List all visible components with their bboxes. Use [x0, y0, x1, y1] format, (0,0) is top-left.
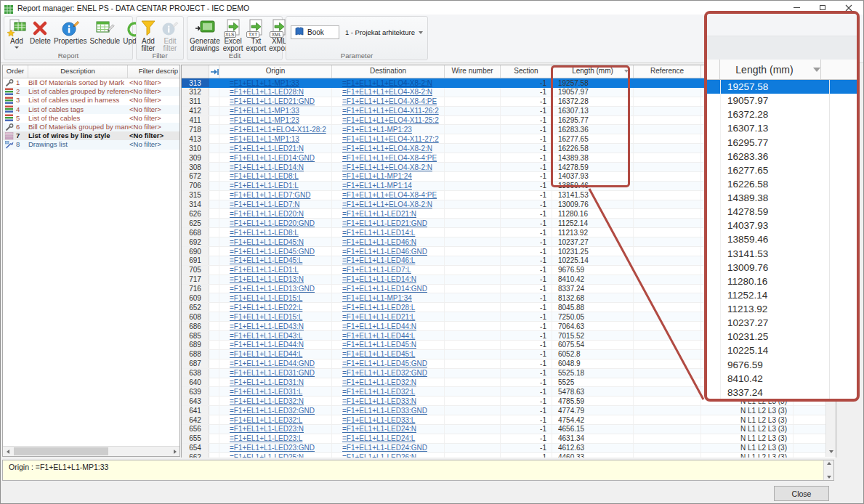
- origin-link[interactable]: =F1+EL1+L1-LED7:GND: [219, 191, 332, 200]
- origin-link[interactable]: =F1+EL1+L1-LED13:GND: [219, 285, 332, 293]
- destination-link[interactable]: =F1+EL1+L1-LED33:N: [332, 397, 445, 405]
- scroll-right-button[interactable]: [170, 447, 179, 456]
- destination-link[interactable]: =F1+EL1+L1-LED28:L: [332, 303, 445, 312]
- close-button[interactable]: Close: [774, 486, 829, 501]
- destination-link[interactable]: =F1+EL1+L1-LED24:GND: [332, 444, 445, 452]
- report-list-item[interactable]: 7List of wires by line style<No filter>: [3, 131, 179, 140]
- origin-link[interactable]: =F1+EL1+L1-LED1:L: [219, 182, 332, 190]
- destination-link[interactable]: =F1+EL1+L1-LED21:N: [332, 209, 445, 218]
- origin-link[interactable]: =F1+EL1+L1-LED44:L: [219, 350, 332, 359]
- origin-link[interactable]: =F1+EL1+L1-LED20:N: [219, 209, 332, 218]
- destination-link[interactable]: =F1+EL1+L1-LED32:GND: [332, 369, 445, 378]
- wire-table-row[interactable]: 642=F1+EL1+L1-LED32:L=F1+EL1+L1-LED33:L-…: [182, 415, 836, 425]
- origin-link[interactable]: =F1+EL1+L1-LED45:GND: [219, 247, 332, 256]
- destination-link[interactable]: =F1+EL1+L1-LED21:L: [332, 312, 445, 321]
- excel-export-button[interactable]: XLS Excel export: [222, 17, 245, 53]
- destination-link[interactable]: =F1+EL1+L1-LED45:N: [332, 341, 445, 349]
- origin-link[interactable]: =F1+EL1+L1-LED32:GND: [219, 406, 332, 415]
- row-number-column-header[interactable]: [182, 65, 209, 78]
- destination-link[interactable]: =F1+EL1+L1-LED45:GND: [332, 359, 445, 368]
- destination-link[interactable]: =F1+EL1+L1-MP1:34: [332, 293, 445, 302]
- origin-link[interactable]: =F1+EL1+L1-LED31:N: [219, 378, 332, 387]
- reference-column-header[interactable]: Reference: [634, 65, 701, 78]
- origin-link[interactable]: =F1+EL1+L1-LED23:N: [219, 425, 332, 434]
- destination-link[interactable]: =F1+EL1+L1-MP1:23: [332, 125, 445, 134]
- properties-button[interactable]: Properties: [52, 17, 89, 46]
- schedule-button[interactable]: Schedule: [88, 17, 121, 46]
- origin-column-header[interactable]: Origin: [219, 65, 332, 78]
- destination-link[interactable]: =F1+EL1+L1+ELO4-X8-2:N: [332, 144, 445, 153]
- generate-drawings-button[interactable]: Generate drawings: [188, 17, 222, 53]
- origin-link[interactable]: =F1+EL1+L1-LED31:L: [219, 387, 332, 396]
- filter-column-header[interactable]: Filter descrip: [128, 65, 179, 78]
- destination-link[interactable]: =F1+EL1+L1-LED44:N: [332, 322, 445, 330]
- destination-link[interactable]: =F1+EL1+L1-MP1:24: [332, 172, 445, 181]
- destination-link[interactable]: =F1+EL1+L1+ELO4-X8-2:N: [332, 163, 445, 171]
- report-list-item[interactable]: 8Drawings list<No filter>: [3, 140, 179, 149]
- destination-link[interactable]: =F1+EL1+L1-LED32:L: [332, 387, 445, 396]
- description-column-header[interactable]: Description: [28, 65, 128, 78]
- origin-link[interactable]: =F1+EL1+L1-MP1:23: [219, 116, 332, 125]
- destination-link[interactable]: =F1+EL1+L1+ELO4-X8-2:N: [332, 78, 445, 87]
- book-field[interactable]: Book: [291, 25, 339, 39]
- wire-table-row[interactable]: 662=F1+EL1+L1-LED25:N=F1+EL1+L1-LED26:N-…: [182, 453, 836, 458]
- destination-link[interactable]: =F1+EL1+L1+ELO4-X8-2:N: [332, 88, 445, 97]
- destination-link[interactable]: =F1+EL1+L1-LED26:N: [332, 453, 445, 458]
- destination-link[interactable]: =F1+EL1+L1+ELO4-X8-4:PE: [332, 153, 445, 162]
- wire-table-row[interactable]: 641=F1+EL1+L1-LED32:GND=F1+EL1+L1-LED33:…: [182, 406, 836, 415]
- wire-number-column-header[interactable]: Wire number: [445, 65, 501, 78]
- origin-link[interactable]: =F1+EL1+L1-LED20:GND: [219, 219, 332, 227]
- destination-column-header[interactable]: Destination: [332, 65, 445, 78]
- origin-link[interactable]: =F1+EL1+L1-LED44:N: [219, 341, 332, 349]
- origin-link[interactable]: =F1+EL1+L1-LED23:L: [219, 434, 332, 443]
- origin-link[interactable]: =F1+EL1+L1-LED21:N: [219, 144, 332, 153]
- origin-link[interactable]: =F1+EL1+L1-LED43:N: [219, 322, 332, 330]
- report-list-hscrollbar[interactable]: [3, 446, 179, 456]
- wire-table-row[interactable]: 654=F1+EL1+L1-LED23:GND=F1+EL1+L1-LED24:…: [182, 444, 836, 453]
- scroll-left-button[interactable]: [3, 447, 12, 456]
- destination-link[interactable]: =F1+EL1+L1+ELO4-X8-4:PE: [332, 191, 445, 200]
- add-filter-button[interactable]: Add filter: [137, 17, 159, 53]
- wire-table-row[interactable]: 656=F1+EL1+L1-LED23:N=F1+EL1+L1-LED24:N-…: [182, 425, 836, 434]
- destination-link[interactable]: =F1+EL1+L1-LED32:N: [332, 378, 445, 387]
- origin-link[interactable]: =F1+EL1+L1-LED14:GND: [219, 153, 332, 162]
- origin-link[interactable]: =F1+EL1+L1-LED15:L: [219, 293, 332, 302]
- destination-link[interactable]: =F1+EL1+L1-LED24:N: [332, 425, 445, 434]
- origin-link[interactable]: =F1+EL1+L1-LED7:N: [219, 200, 332, 209]
- txt-export-button[interactable]: TXT Txt export: [245, 17, 268, 53]
- origin-link[interactable]: =F1+EL1+L1-LED1:L: [219, 266, 332, 275]
- destination-link[interactable]: =F1+EL1+L1-LED33:GND: [332, 406, 445, 415]
- origin-link[interactable]: =F1+EL1+L1-LED32:L: [219, 415, 332, 424]
- origin-link[interactable]: =F1+EL1+L1-MP1:13: [219, 134, 332, 143]
- report-list-item[interactable]: 1Bill Of Materials sorted by Mark<No fil…: [3, 78, 179, 87]
- project-dropdown[interactable]: 1 - Projekat arhitekture: [345, 28, 423, 36]
- report-list-item[interactable]: 6Bill Of Materials grouped by manuf...<N…: [3, 123, 179, 131]
- origin-link[interactable]: =F1+EL1+L1-LED25:N: [219, 453, 332, 458]
- destination-link[interactable]: =F1+EL1+L1-LED46:N: [332, 237, 445, 246]
- origin-link[interactable]: =F1+EL1+L1-LED43:L: [219, 331, 332, 340]
- destination-link[interactable]: =F1+EL1+L1-LED24:L: [332, 434, 445, 443]
- origin-link[interactable]: =F1+EL1+L1-LED22:L: [219, 303, 332, 312]
- destination-link[interactable]: =F1+EL1+L1+ELO4-X8-4:PE: [332, 97, 445, 106]
- origin-link[interactable]: =F1+EL1+L1-LED13:N: [219, 275, 332, 284]
- origin-link[interactable]: =F1+EL1+L1-LED8:L: [219, 228, 332, 237]
- origin-link[interactable]: =F1+EL1+L1-LED45:N: [219, 237, 332, 246]
- destination-link[interactable]: =F1+EL1+L1+ELO4-X11-26:2: [332, 107, 445, 115]
- hscroll-thumb[interactable]: [14, 447, 108, 455]
- destination-link[interactable]: =F1+EL1+L1-LED21:GND: [332, 219, 445, 227]
- destination-link[interactable]: =F1+EL1+L1-LED14:GND: [332, 285, 445, 293]
- origin-link[interactable]: =F1+EL1+L1-LED8:L: [219, 172, 332, 181]
- length-column-header[interactable]: Length (mm): [552, 65, 634, 78]
- destination-link[interactable]: =F1+EL1+L1+ELO4-X8-2:N: [332, 200, 445, 209]
- arrow-column-header[interactable]: [209, 65, 219, 78]
- destination-link[interactable]: =F1+EL1+L1-LED46:GND: [332, 247, 445, 256]
- destination-link[interactable]: =F1+EL1+L1-LED33:L: [332, 415, 445, 424]
- destination-link[interactable]: =F1+EL1+L1-MP1:14: [332, 182, 445, 190]
- destination-link[interactable]: =F1+EL1+L1-LED46:L: [332, 256, 445, 265]
- status-scrollbar[interactable]: [823, 460, 833, 480]
- destination-link[interactable]: =F1+EL1+L1-LED45:L: [332, 350, 445, 359]
- origin-link[interactable]: =F1+EL1+L1+ELO4-X11-28:2: [219, 125, 332, 134]
- origin-link[interactable]: =F1+EL1+L1-LED45:L: [219, 256, 332, 265]
- destination-link[interactable]: =F1+EL1+L1+ELO4-X11-27:2: [332, 134, 445, 143]
- report-list-item[interactable]: 4List of cables tags<No filter>: [3, 105, 179, 114]
